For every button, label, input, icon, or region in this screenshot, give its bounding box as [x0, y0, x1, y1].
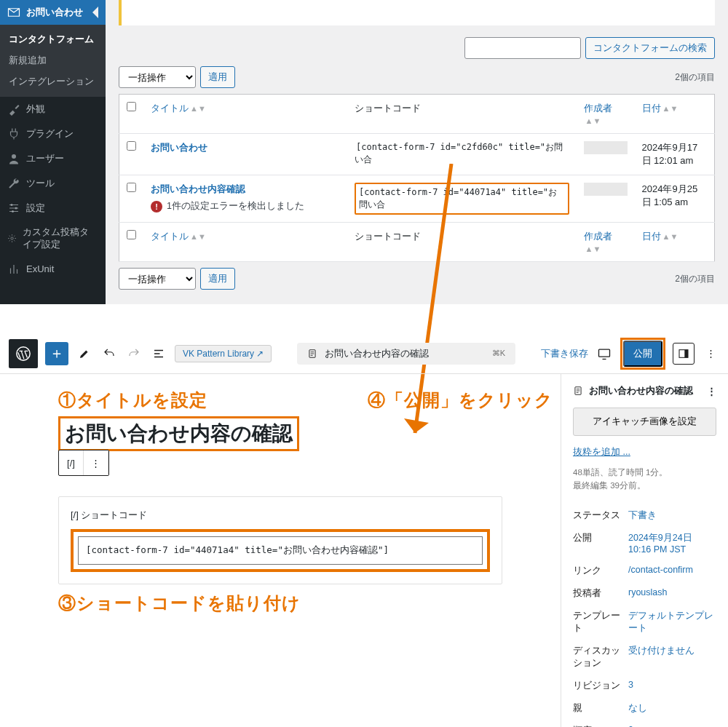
col-shortcode: ショートコード [355, 103, 421, 114]
meta-row: 親なし [573, 697, 716, 720]
meta-value[interactable]: /contact-confirm [628, 565, 716, 577]
admin-sidebar: お問い合わせ コンタクトフォーム 新規追加 インテグレーション 外観 プラグイン… [0, 0, 106, 304]
meta-value[interactable]: デフォルトテンプレート [628, 610, 716, 635]
featured-image-button[interactable]: アイキャッチ画像を設定 [573, 408, 716, 436]
preview-icon[interactable] [596, 345, 613, 362]
sidebar-item-settings[interactable]: 設定 [0, 196, 106, 221]
sidebar-label: ExUnit [26, 263, 54, 274]
edit-tool-icon[interactable] [76, 345, 93, 362]
meta-row: リビジョン3 [573, 675, 716, 697]
wp-logo[interactable] [9, 339, 38, 368]
sidebar-item-appearance[interactable]: 外観 [0, 97, 106, 122]
meta-key: テンプレート [573, 610, 628, 635]
meta-value[interactable]: 2024年9月24日 10:16 PM JST [628, 532, 716, 555]
page-title-input-highlighted[interactable]: お問い合わせ内容の確認 [58, 416, 299, 451]
col-title[interactable]: タイトル▲▼ [151, 231, 206, 242]
shortcode-text-highlighted[interactable]: [contact-form-7 id="44071a4" title="お問い合 [355, 183, 569, 215]
editor-canvas: ①タイトルを設定 ④「公開」をクリック お問い合わせ内容の確認 [/] ⋮ [/… [0, 374, 561, 727]
bulk-action-select[interactable]: 一括操作 [119, 66, 196, 88]
block-more-icon[interactable]: ⋮ [84, 450, 108, 475]
publish-button[interactable]: 公開 [623, 341, 662, 367]
mail-icon [7, 6, 20, 19]
bulk-action-select[interactable]: 一括操作 [119, 268, 196, 290]
sidebar-item-tools[interactable]: ツール [0, 171, 106, 196]
kbd-shortcut: ⌘K [492, 349, 505, 358]
admin-notice [119, 0, 715, 25]
col-author[interactable]: 作成者▲▼ [584, 103, 612, 126]
search-button[interactable]: コンタクトフォームの検索 [585, 37, 715, 59]
vk-pattern-library-button[interactable]: VK Pattern Library ↗ [175, 345, 272, 362]
meta-value[interactable]: ryouslash [628, 587, 716, 600]
col-shortcode: ショートコード [355, 231, 421, 242]
row-checkbox[interactable] [127, 141, 136, 151]
meta-key: リビジョン [573, 680, 628, 692]
document-title-bar[interactable]: お問い合わせ内容の確認 ⌘K [297, 343, 515, 365]
sidebar-submenu: コンタクトフォーム 新規追加 インテグレーション [0, 25, 106, 97]
brush-icon [7, 103, 20, 116]
select-all-checkbox[interactable] [127, 102, 136, 111]
col-title[interactable]: タイトル▲▼ [151, 103, 206, 114]
more-options-icon[interactable]: ⋮ [702, 345, 719, 362]
meta-row: 投稿者ryouslash [573, 582, 716, 605]
submenu-contact-forms[interactable]: コンタクトフォーム [0, 29, 106, 50]
add-block-button[interactable]: ＋ [45, 342, 68, 365]
meta-key: 公開 [573, 532, 628, 555]
sidebar-label: 外観 [26, 103, 45, 116]
active-arrow-icon [92, 7, 98, 18]
meta-value[interactable]: 3 [628, 680, 716, 692]
meta-key: 親 [573, 702, 628, 715]
save-draft-link[interactable]: 下書き保存 [541, 347, 588, 360]
word-count-text: 48単語、読了時間 1分。 最終編集 39分前。 [573, 466, 716, 493]
sidebar-doc-title: お問い合わせ内容の確認 [589, 384, 693, 397]
row-title-link[interactable]: お問い合わせ [151, 142, 207, 153]
meta-key: ステータス [573, 509, 628, 522]
meta-row: 順序0 [573, 720, 716, 727]
row-title-link[interactable]: お問い合わせ内容確認 [151, 183, 245, 194]
block-toolbar[interactable]: [/] ⋮ [58, 450, 109, 476]
meta-row: 公開2024年9月24日 10:16 PM JST [573, 527, 716, 560]
author-redacted [584, 183, 628, 196]
apply-button[interactable]: 適用 [200, 268, 235, 290]
table-row: お問い合わせ内容確認 !1件の設定エラーを検出しました [contact-for… [119, 175, 715, 223]
sort-icon: ▲▼ [190, 104, 206, 113]
apply-button[interactable]: 適用 [200, 66, 235, 88]
more-icon[interactable]: ⋮ [707, 386, 716, 397]
meta-key: リンク [573, 565, 628, 577]
submenu-add-new[interactable]: 新規追加 [0, 50, 106, 71]
sidebar-item-exunit[interactable]: ExUnit [0, 257, 106, 282]
sidebar-item-users[interactable]: ユーザー [0, 146, 106, 171]
submenu-integration[interactable]: インテグレーション [0, 71, 106, 92]
shortcode-textarea[interactable]: [contact-form-7 id="44071a4" title="お問い合… [78, 536, 483, 565]
wrench-icon [7, 177, 20, 190]
sidebar-toggle-button[interactable] [673, 343, 695, 365]
document-outline-icon[interactable] [150, 345, 167, 362]
table-row: お問い合わせ [contact-form-7 id="c2fd60c" titl… [119, 134, 715, 175]
shortcode-block-label: [/] ショートコード [71, 509, 490, 522]
redo-icon[interactable] [125, 345, 143, 362]
svg-rect-11 [684, 349, 688, 357]
sidebar-item-plugins[interactable]: プラグイン [0, 122, 106, 146]
row-date: 2024年9月17日 12:01 am [635, 134, 715, 175]
meta-value[interactable]: 受け付けません [628, 645, 716, 670]
meta-value[interactable]: なし [628, 702, 716, 715]
meta-value[interactable]: 下書き [628, 509, 716, 522]
col-date[interactable]: 日付▲▼ [642, 231, 678, 242]
sidebar-item-cpt[interactable]: カスタム投稿タイプ設定 [0, 221, 106, 257]
shortcode-text[interactable]: [contact-form-7 id="c2fd60c" title="お問い合 [355, 140, 563, 166]
meta-row: ディスカッション受け付けません [573, 640, 716, 675]
undo-icon[interactable] [100, 345, 118, 362]
publish-highlight: 公開 [620, 338, 665, 370]
row-checkbox[interactable] [127, 183, 136, 192]
col-date[interactable]: 日付▲▼ [642, 103, 678, 114]
sidebar-item-contact[interactable]: お問い合わせ [0, 0, 106, 25]
author-redacted [584, 141, 628, 154]
page-icon [307, 349, 317, 359]
col-author[interactable]: 作成者▲▼ [584, 231, 612, 254]
sidebar-label: ユーザー [26, 152, 64, 165]
meta-row: テンプレートデフォルトテンプレート [573, 605, 716, 640]
add-excerpt-link[interactable]: 抜粋を追加 ... [573, 447, 630, 457]
select-all-checkbox[interactable] [127, 230, 136, 239]
search-input[interactable] [464, 37, 581, 59]
block-icon[interactable]: [/] [59, 450, 84, 475]
page-icon [573, 386, 583, 396]
